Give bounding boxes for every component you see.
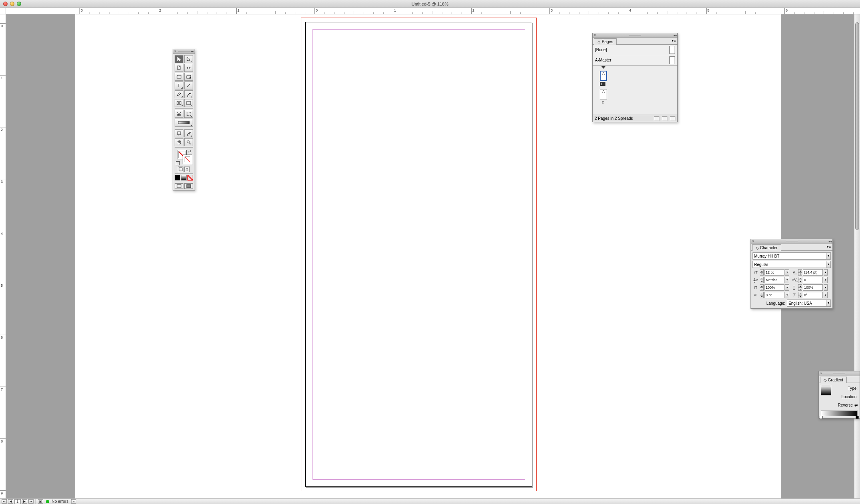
- gradient-swatch-tool[interactable]: [175, 119, 193, 127]
- apply-gradient-button[interactable]: [181, 175, 187, 181]
- page-number-2: 2: [600, 100, 670, 104]
- character-panel-header[interactable]: ×◂◂: [751, 239, 832, 244]
- close-icon[interactable]: ×: [174, 50, 177, 53]
- eyedropper-tool[interactable]: [184, 129, 193, 137]
- next-page-button[interactable]: ▶: [22, 499, 27, 504]
- open-button[interactable]: ▣: [38, 499, 43, 504]
- skew-field[interactable]: [803, 292, 823, 298]
- first-page-button[interactable]: ⇤: [2, 499, 7, 504]
- master-a-row[interactable]: A-Master: [593, 55, 677, 65]
- formatting-container-button[interactable]: [178, 167, 183, 172]
- free-transform-tool[interactable]: [184, 110, 193, 118]
- master-thumb[interactable]: [669, 46, 675, 54]
- normal-view-button[interactable]: [175, 183, 183, 189]
- hand-tool[interactable]: [175, 138, 183, 146]
- master-pages-list[interactable]: [None] A-Master: [593, 45, 677, 66]
- master-none-row[interactable]: [None]: [593, 45, 677, 55]
- prev-page-button[interactable]: ◀: [8, 499, 13, 504]
- zoom-tool[interactable]: [184, 138, 193, 146]
- gradient-ramp[interactable]: [821, 411, 858, 416]
- master-thumb[interactable]: [669, 56, 675, 64]
- zoom-window-button[interactable]: [17, 2, 21, 6]
- reverse-gradient-button[interactable]: ⇄: [854, 403, 858, 407]
- last-page-button[interactable]: ⇥: [28, 499, 34, 504]
- rectangle-tool[interactable]: [184, 99, 193, 107]
- font-style-field[interactable]: ▾: [752, 261, 831, 268]
- gradient-reverse-label: Reverse: [838, 403, 853, 407]
- page-tool[interactable]: [175, 64, 183, 72]
- scissors-tool[interactable]: [175, 110, 183, 118]
- horizontal-scale-field[interactable]: [803, 284, 823, 291]
- pages-panel-header[interactable]: ×◂◂: [593, 33, 677, 38]
- gap-tool[interactable]: [184, 64, 193, 72]
- collapse-icon[interactable]: ▸▸: [191, 50, 194, 53]
- fill-stroke-swatch[interactable]: ⇄: [175, 149, 193, 166]
- pen-tool[interactable]: [175, 90, 183, 98]
- pages-tab[interactable]: ◇ Pages: [594, 38, 617, 45]
- font-size-field[interactable]: [764, 269, 784, 276]
- direct-selection-tool[interactable]: [184, 55, 193, 63]
- panel-menu-button[interactable]: ▾≡: [670, 38, 677, 44]
- horizontal-ruler[interactable]: 3210123456: [6, 8, 860, 14]
- baseline-shift-field[interactable]: [764, 292, 784, 298]
- pencil-tool[interactable]: [184, 90, 193, 98]
- tracking-field[interactable]: [803, 277, 823, 283]
- note-tool[interactable]: [175, 129, 183, 137]
- gradient-stop-end[interactable]: [856, 416, 859, 419]
- vertical-scrollbar[interactable]: [854, 14, 860, 498]
- preflight-status-text: No errors: [52, 499, 69, 504]
- gradient-tab[interactable]: ◇ Gradient: [820, 377, 847, 383]
- svg-rect-17: [178, 121, 189, 124]
- vertical-scale-field[interactable]: [764, 284, 784, 291]
- leading-field[interactable]: [803, 269, 823, 276]
- delete-page-button[interactable]: [670, 116, 675, 121]
- content-collector-tool[interactable]: [175, 73, 183, 81]
- document-title: Untitled-5 @ 118%: [412, 2, 449, 6]
- apply-none-button[interactable]: [187, 175, 193, 181]
- ruler-origin[interactable]: [0, 8, 6, 14]
- collapse-icon[interactable]: ◂◂: [828, 240, 832, 243]
- page-1[interactable]: [305, 22, 532, 487]
- new-page-button[interactable]: [662, 116, 667, 121]
- default-fill-stroke-icon[interactable]: [176, 161, 180, 165]
- panel-grip[interactable]: [178, 51, 190, 52]
- svg-line-20: [189, 143, 191, 144]
- kerning-field[interactable]: [764, 277, 784, 283]
- font-family-field[interactable]: ▾: [752, 252, 831, 260]
- gradient-stop-start[interactable]: [820, 416, 823, 419]
- edit-page-size-button[interactable]: [654, 116, 659, 121]
- line-tool[interactable]: [184, 81, 193, 89]
- character-tab[interactable]: ◇ Character: [752, 244, 781, 251]
- document-viewport[interactable]: [6, 14, 854, 498]
- stroke-swatch[interactable]: [183, 155, 192, 164]
- page-thumb-1[interactable]: A: [600, 71, 607, 81]
- document-pages-list[interactable]: A 1 A 2: [593, 66, 677, 115]
- formatting-text-button[interactable]: T: [184, 167, 190, 172]
- close-icon[interactable]: ×: [594, 34, 597, 37]
- apply-color-button[interactable]: [175, 175, 180, 181]
- selection-tool[interactable]: [175, 55, 183, 63]
- gradient-swatch[interactable]: [821, 385, 831, 395]
- page-thumb-2[interactable]: A: [600, 89, 607, 99]
- rectangle-frame-tool[interactable]: [175, 99, 183, 107]
- tools-panel: × ▸▸ T ⇄: [173, 49, 195, 190]
- window-controls: [0, 2, 21, 6]
- content-placer-tool[interactable]: [184, 73, 193, 81]
- close-window-button[interactable]: [3, 2, 8, 6]
- preflight-menu-button[interactable]: ▾: [71, 499, 76, 504]
- swap-fill-stroke-icon[interactable]: ⇄: [188, 149, 191, 153]
- close-icon[interactable]: ×: [752, 240, 755, 243]
- gradient-panel-header[interactable]: ×: [819, 371, 860, 376]
- panel-menu-button[interactable]: ▾≡: [825, 244, 832, 250]
- preview-mode-button[interactable]: [184, 183, 193, 189]
- minimize-window-button[interactable]: [10, 2, 14, 6]
- page-number-field[interactable]: 1: [14, 499, 21, 504]
- language-field[interactable]: ▾: [787, 300, 831, 307]
- tools-panel-header[interactable]: × ▸▸: [173, 49, 195, 54]
- horizontal-scrollbar[interactable]: ⇤ ◀ 1 ▶ ⇥ ▣ No errors ▾: [0, 498, 860, 504]
- close-icon[interactable]: ×: [820, 372, 823, 375]
- type-tool[interactable]: T: [175, 81, 183, 89]
- vertical-ruler[interactable]: 0123456789: [0, 14, 6, 498]
- collapse-icon[interactable]: ◂◂: [673, 34, 677, 37]
- vertical-scroll-thumb[interactable]: [855, 22, 859, 230]
